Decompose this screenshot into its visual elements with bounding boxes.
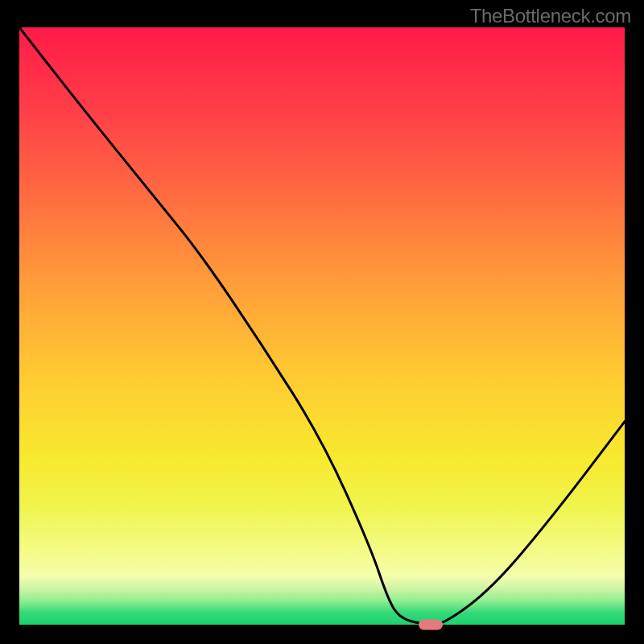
chart-container: TheBottleneck.com	[0, 0, 644, 644]
bottleneck-curve	[19, 27, 625, 625]
plot-area	[19, 27, 625, 625]
optimum-marker	[419, 620, 443, 630]
watermark-text: TheBottleneck.com	[470, 5, 631, 27]
curve-path	[19, 27, 625, 625]
